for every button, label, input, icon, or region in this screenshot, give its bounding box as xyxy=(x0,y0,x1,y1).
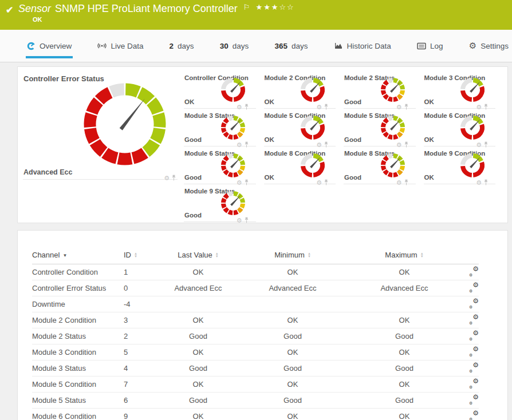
gauge-tile[interactable]: Module 9 ConditionOK⚙ xyxy=(424,146,504,184)
channel-name: Module 2 Condition xyxy=(32,312,124,328)
sensor-status: OK xyxy=(33,16,42,23)
histchart-icon xyxy=(334,42,343,50)
flag-icon[interactable]: ⚐ xyxy=(243,3,250,11)
column-label: Maximum xyxy=(385,251,417,259)
gauge-value: OK xyxy=(265,98,274,105)
minimum-value: OK xyxy=(230,344,356,360)
table-row[interactable]: Module 2 Condition3OKOKOK⚙⚙ xyxy=(32,312,479,328)
table-row[interactable]: Downtime-4⚙⚙ xyxy=(32,296,479,312)
channel-settings-icon[interactable]: ⚙⚙ xyxy=(469,331,479,340)
gear-icon[interactable]: ⚙ xyxy=(237,217,242,223)
gauge-tile[interactable]: Module 5 StatusGood⚙ xyxy=(344,109,424,146)
column-header-minimum[interactable]: Minimum▲▼ xyxy=(230,245,356,264)
last-value: OK xyxy=(167,312,230,328)
minimum-value: Good xyxy=(230,328,356,344)
channel-id: 2 xyxy=(124,328,167,344)
tab-label: Historic Data xyxy=(347,42,391,50)
table-row[interactable]: Controller Error Status0Advanced EccAdva… xyxy=(32,280,479,296)
tile-actions: ⚙ xyxy=(237,217,249,223)
channel-settings-icon[interactable]: ⚙⚙ xyxy=(469,347,479,356)
column-header-channel[interactable]: Channel▼ xyxy=(32,245,124,264)
gear-icon[interactable]: ⚙ xyxy=(476,180,482,185)
status-check-icon: ✔ xyxy=(6,5,13,15)
gauge-dial xyxy=(299,152,326,179)
gauge-tile[interactable]: Module 9 StatusGood⚙ xyxy=(184,184,264,222)
channel-settings-icon[interactable]: ⚙⚙ xyxy=(469,267,479,276)
gauge-tile[interactable]: Module 6 ConditionOK⚙ xyxy=(424,109,504,146)
channel-settings-icon[interactable]: ⚙⚙ xyxy=(469,315,479,324)
table-row[interactable]: Module 2 Status2GoodGoodGood⚙⚙ xyxy=(32,328,479,344)
priority-stars[interactable]: ★★★☆☆ xyxy=(255,3,294,11)
tab-label: Settings xyxy=(481,42,509,50)
column-header-maximum[interactable]: Maximum▲▼ xyxy=(356,245,453,264)
maximum-value: OK xyxy=(356,409,453,420)
object-kind-label: Sensor xyxy=(18,3,51,15)
channel-settings-icon[interactable]: ⚙⚙ xyxy=(469,411,479,420)
table-row[interactable]: Module 3 Condition5OKOKOK⚙⚙ xyxy=(32,344,479,360)
tab-days-365[interactable]: 365days xyxy=(273,34,309,58)
gear-icon[interactable]: ⚙ xyxy=(164,175,170,181)
channel-table: Channel▼ID▲▼Last Value▲▼Minimum▲▼Maximum… xyxy=(32,245,479,420)
pin-icon[interactable] xyxy=(483,179,489,185)
gauge-value: OK xyxy=(424,136,434,143)
gear-icon[interactable]: ⚙ xyxy=(396,180,402,185)
gauge-value: OK xyxy=(424,174,434,181)
gauge-tile[interactable]: Controller ConditionOK⚙ xyxy=(184,71,264,109)
table-row[interactable]: Controller Condition1OKOKOK⚙⚙ xyxy=(32,264,479,280)
channel-settings-icon[interactable]: ⚙⚙ xyxy=(469,299,479,308)
maximum-value: Advanced Ecc xyxy=(356,280,453,296)
gauge-value: OK xyxy=(265,174,274,181)
pin-icon[interactable] xyxy=(324,179,329,185)
channel-name: Module 3 Condition xyxy=(32,344,124,360)
channel-settings-icon[interactable]: ⚙⚙ xyxy=(469,363,479,372)
gauge-tile[interactable]: Module 3 StatusGood⚙ xyxy=(184,109,264,146)
channel-name: Module 2 Status xyxy=(32,328,124,344)
gauge-dial xyxy=(82,81,168,167)
gauge-tile-large[interactable]: Controller Error Status Advanced Ecc ⚙ xyxy=(23,71,178,180)
gauge-grid: Controller ConditionOK⚙Module 2 Conditio… xyxy=(184,71,503,222)
gauge-tile[interactable]: Module 8 StatusGood⚙ xyxy=(344,146,424,184)
gauge-tile[interactable]: Module 5 ConditionOK⚙ xyxy=(264,109,344,146)
column-label: ID xyxy=(124,251,131,259)
table-row[interactable]: Module 3 Status4GoodGoodGood⚙⚙ xyxy=(32,360,479,377)
channel-settings-icon[interactable]: ⚙⚙ xyxy=(469,379,479,388)
gauge-tile[interactable]: Module 8 ConditionOK⚙ xyxy=(264,146,344,184)
tab-log[interactable]: Log xyxy=(416,34,444,58)
pin-icon[interactable] xyxy=(404,179,409,185)
gauge-tile[interactable]: Module 3 ConditionOK⚙ xyxy=(424,71,504,109)
sort-desc-icon: ▼ xyxy=(62,253,67,258)
tile-actions: ⚙ xyxy=(164,175,176,181)
channel-name: Controller Error Status xyxy=(32,280,124,296)
table-row[interactable]: Module 5 Condition7OKOKOK⚙⚙ xyxy=(32,377,479,393)
gauge-dial xyxy=(459,114,486,141)
channel-name: Controller Condition xyxy=(32,264,124,280)
column-header-id[interactable]: ID▲▼ xyxy=(124,245,167,264)
tab-days-30[interactable]: 30days xyxy=(219,34,250,58)
channel-settings-icon[interactable]: ⚙⚙ xyxy=(469,283,479,292)
tab-historic-data[interactable]: Historic Data xyxy=(333,34,392,58)
gauge-value: OK xyxy=(424,98,434,105)
tab-settings[interactable]: ⚙Settings xyxy=(468,34,510,58)
last-value: Advanced Ecc xyxy=(167,280,230,296)
channel-id: 6 xyxy=(124,393,167,409)
pin-icon[interactable] xyxy=(171,175,176,181)
last-value: OK xyxy=(167,344,230,360)
tab-label: Overview xyxy=(40,42,72,50)
tab-overview[interactable]: Overview xyxy=(26,34,73,58)
tab-days-2[interactable]: 2days xyxy=(168,34,195,58)
column-label: Last Value xyxy=(178,251,212,259)
column-header-last-value[interactable]: Last Value▲▼ xyxy=(167,245,230,264)
gauge-tile[interactable]: Module 2 ConditionOK⚙ xyxy=(264,71,344,109)
gauge-tile[interactable]: Module 2 StatusGood⚙ xyxy=(344,71,424,109)
last-value: OK xyxy=(167,264,230,280)
pin-icon[interactable] xyxy=(244,217,249,223)
channel-id: 0 xyxy=(124,280,167,296)
table-row[interactable]: Module 5 Status6GoodGoodGood⚙⚙ xyxy=(32,393,479,409)
gauge-value: Good xyxy=(344,98,361,105)
gauge-tile[interactable]: Module 6 StatusGood⚙ xyxy=(184,146,264,184)
gear-icon[interactable]: ⚙ xyxy=(316,180,322,185)
tab-live-data[interactable]: Live Data xyxy=(96,34,144,58)
table-row[interactable]: Module 6 Condition9OKOKOK⚙⚙ xyxy=(32,409,479,420)
channel-settings-icon[interactable]: ⚙⚙ xyxy=(469,395,479,404)
tile-actions: ⚙ xyxy=(316,179,329,185)
